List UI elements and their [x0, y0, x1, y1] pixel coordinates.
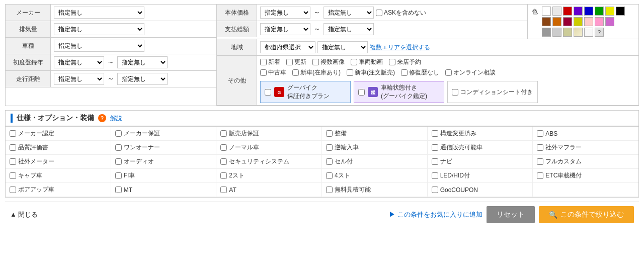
spec-checkbox[interactable] [220, 172, 227, 179]
spec-checkbox[interactable] [115, 130, 122, 137]
spec-cell[interactable]: キャブ車 [6, 169, 111, 183]
spec-cell[interactable]: 社外メーター [6, 155, 111, 169]
explanation-link[interactable]: 解説 [110, 114, 122, 123]
spec-cell[interactable]: ナビ [428, 155, 533, 169]
color-blue[interactable] [584, 7, 593, 16]
color-gray[interactable] [542, 28, 551, 37]
spec-checkbox[interactable] [326, 144, 333, 151]
color-red[interactable] [563, 7, 572, 16]
checkbox-store-visit[interactable]: 来店予約 [389, 58, 421, 66]
checkbox-online-consult[interactable]: オンライン相談 [445, 68, 496, 77]
ask-checkbox[interactable] [376, 10, 382, 16]
spec-cell[interactable]: AT [216, 183, 322, 197]
vehicle-type-select[interactable]: 指定無し [54, 40, 144, 52]
spec-cell[interactable]: 通信販売可能車 [428, 141, 533, 155]
guarantee-banner-condition[interactable]: コンディションシート付き [447, 81, 538, 103]
color-pink[interactable] [595, 17, 604, 26]
color-winered[interactable] [563, 17, 572, 26]
displacement-select[interactable]: 指定無し [54, 23, 144, 35]
spec-cell[interactable]: FI車 [111, 169, 217, 183]
color-lightpink[interactable] [584, 17, 593, 26]
color-lavender[interactable] [605, 17, 614, 26]
spec-checkbox[interactable] [10, 158, 16, 165]
spec-cell[interactable]: ボアアップ車 [6, 183, 111, 197]
spec-cell[interactable]: 逆輸入車 [322, 141, 428, 155]
spec-cell[interactable]: 構造変更済み [428, 127, 533, 141]
guarantee-checkbox-condition[interactable] [452, 89, 458, 96]
spec-cell[interactable]: メーカー保証 [111, 127, 217, 141]
spec-checkbox[interactable] [326, 186, 333, 193]
spec-checkbox[interactable] [326, 158, 333, 165]
spec-cell[interactable]: メーカー認定 [6, 127, 111, 141]
checkbox-shinchaku[interactable]: 新着 [260, 58, 280, 66]
spec-checkbox[interactable] [432, 130, 438, 137]
checkbox-vehicle-video[interactable]: 車両動画 [351, 58, 383, 66]
spec-cell[interactable]: 品質評価書 [6, 141, 111, 155]
spec-cell[interactable]: 4スト [322, 169, 428, 183]
checkbox-multiple-images[interactable]: 複数画像 [312, 58, 345, 66]
spec-cell[interactable]: 販売店保証 [216, 127, 322, 141]
spec-checkbox[interactable] [115, 172, 122, 179]
base-price-to-select[interactable]: 指定無し [324, 7, 374, 19]
spec-checkbox[interactable] [326, 130, 333, 137]
color-khaki[interactable] [563, 28, 572, 37]
spec-checkbox[interactable] [432, 144, 438, 151]
checkbox-new-car-order[interactable]: 新車(注文販売) [347, 68, 395, 77]
spec-checkbox[interactable] [537, 130, 543, 137]
spec-checkbox[interactable] [220, 130, 227, 137]
spec-checkbox[interactable] [432, 186, 438, 193]
first-reg-from-select[interactable]: 指定無し [54, 56, 104, 68]
color-white2[interactable] [584, 28, 593, 37]
spec-cell[interactable]: セキュリティシステム [216, 155, 322, 169]
reset-button[interactable]: リセット [487, 206, 535, 223]
spec-checkbox[interactable] [537, 144, 543, 151]
area-select[interactable]: 指定無し [317, 41, 368, 53]
spec-cell[interactable]: ワンオーナー [111, 141, 217, 155]
spec-cell[interactable]: ABS [533, 127, 638, 141]
color-silver[interactable] [552, 28, 561, 37]
spec-checkbox[interactable] [220, 186, 227, 193]
multi-area-link[interactable]: 複数エリアを選択する [370, 43, 430, 52]
close-link[interactable]: ▲ 閉じる [10, 210, 38, 219]
spec-cell[interactable]: 社外マフラー [533, 141, 638, 155]
spec-cell[interactable]: オーディオ [111, 155, 217, 169]
total-price-from-select[interactable]: 指定無し [260, 23, 310, 35]
color-beige[interactable] [574, 28, 583, 37]
color-white[interactable] [542, 7, 551, 16]
guarantee-banner-inspection[interactable]: 鑑 車輪状態付き(グーバイク鑑定) [354, 81, 444, 103]
spec-cell[interactable]: フルカスタム [533, 155, 638, 169]
spec-checkbox[interactable] [326, 172, 333, 179]
color-black[interactable] [616, 7, 625, 16]
spec-checkbox[interactable] [537, 172, 543, 179]
spec-checkbox[interactable] [432, 158, 438, 165]
guarantee-banner-goobike[interactable]: G グーバイク保証付きプラン [260, 81, 351, 103]
spec-cell[interactable]: 無料見積可能 [322, 183, 428, 197]
checkbox-no-repair[interactable]: 修復歴なし [401, 68, 439, 77]
spec-cell[interactable]: ETC車載機付 [533, 169, 638, 183]
color-yellow[interactable] [605, 7, 614, 16]
checkbox-new-car-stock[interactable]: 新車(在庫あり) [292, 68, 341, 77]
checkbox-used-car[interactable]: 中古車 [260, 68, 286, 77]
spec-checkbox[interactable] [537, 158, 543, 165]
color-purple[interactable] [574, 7, 583, 16]
base-price-from-select[interactable]: 指定無し [260, 7, 310, 19]
color-lightgray[interactable] [552, 7, 561, 16]
maker-select[interactable]: 指定無し [54, 7, 144, 19]
mileage-from-select[interactable]: 指定無し [54, 73, 104, 85]
color-green[interactable] [595, 7, 604, 16]
spec-checkbox[interactable] [10, 144, 16, 151]
checkbox-koshin[interactable]: 更新 [286, 58, 306, 66]
guarantee-checkbox-inspection[interactable] [358, 89, 365, 96]
first-reg-to-select[interactable]: 指定無し [117, 56, 168, 68]
spec-cell[interactable]: LED/HID付 [428, 169, 533, 183]
prefecture-select[interactable]: 都道府県選択 [260, 41, 315, 53]
color-goldyellow[interactable] [574, 17, 583, 26]
total-price-to-select[interactable]: 指定無し [324, 23, 374, 35]
ask-checkbox-label[interactable]: ASKを含めない [376, 9, 426, 17]
color-brown[interactable] [542, 17, 551, 26]
spec-checkbox[interactable] [115, 144, 122, 151]
spec-checkbox[interactable] [432, 172, 438, 179]
spec-checkbox[interactable] [115, 186, 122, 193]
spec-cell[interactable]: セル付 [322, 155, 428, 169]
spec-checkbox[interactable] [10, 186, 16, 193]
